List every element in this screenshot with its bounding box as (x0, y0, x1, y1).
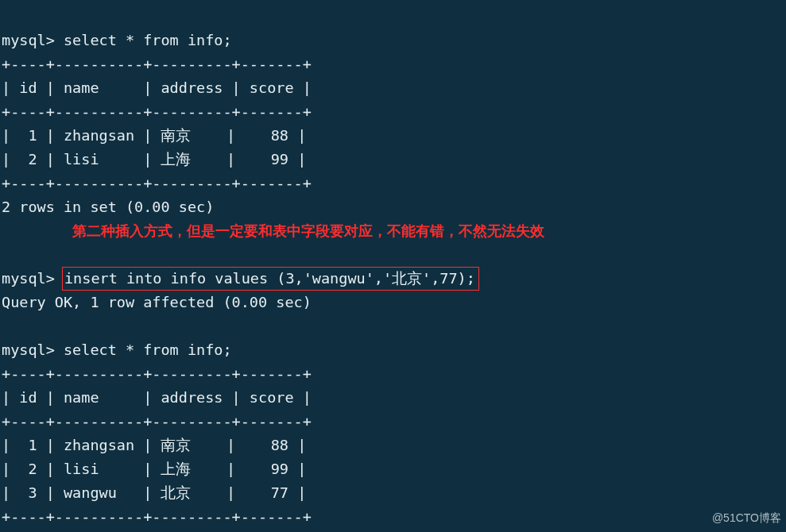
table-header-1: | id | name | address | score | (2, 79, 312, 96)
prompt-1: mysql> select * from info; (2, 32, 232, 48)
watermark: @51CTO博客 (712, 506, 781, 530)
prompt-2: mysql> insert into info values (3,'wangw… (2, 270, 479, 287)
query-select-1: select * from info; (64, 32, 232, 48)
status-query-ok: Query OK, 1 row affected (0.00 sec) (2, 294, 312, 310)
table-border-mid-2: +----+----------+---------+-------+ (2, 413, 312, 430)
table-row: | 3 | wangwu | 北京 | 77 | (2, 484, 306, 501)
annotation-text: 第二种插入方式，但是一定要和表中字段要对应，不能有错，不然无法失效 (72, 223, 544, 239)
table-border-mid-1: +----+----------+---------+-------+ (2, 103, 312, 120)
table-header-2: | id | name | address | score | (2, 389, 312, 406)
table-border-bot-1: +----+----------+---------+-------+ (2, 175, 312, 191)
annotation-line: 第二种插入方式，但是一定要和表中字段要对应，不能有错，不然无法失效 (2, 222, 544, 239)
table-row: | 2 | lisi | 上海 | 99 | (2, 461, 306, 477)
prompt-3: mysql> select * from info; (2, 341, 232, 358)
query-select-2: select * from info; (64, 341, 232, 358)
table-border-top-2: +----+----------+---------+-------+ (2, 365, 312, 382)
status-two-rows: 2 rows in set (0.00 sec) (2, 199, 214, 215)
mysql-terminal: mysql> select * from info; +----+-------… (0, 0, 786, 532)
query-insert: insert into info values (3,'wangwu','北京'… (64, 270, 475, 287)
table-row: | 2 | lisi | 上海 | 99 | (2, 151, 306, 168)
table-border-bot-2: +----+----------+---------+-------+ (2, 508, 312, 525)
table-border-top-1: +----+----------+---------+-------+ (2, 56, 312, 72)
table-row: | 1 | zhangsan | 南京 | 88 | (2, 437, 306, 453)
query-insert-highlight: insert into info values (3,'wangwu','北京'… (62, 267, 479, 291)
table-row: | 1 | zhangsan | 南京 | 88 | (2, 127, 306, 144)
